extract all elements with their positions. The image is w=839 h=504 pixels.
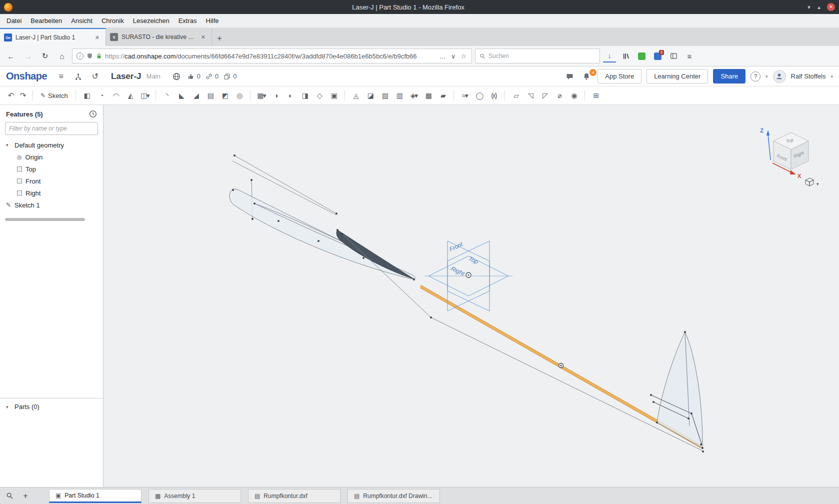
tree-item-front[interactable]: Front [0,175,103,187]
tail-fin[interactable] [657,332,702,448]
help-icon[interactable]: ? [750,72,760,82]
delete-part-icon[interactable]: ▣ [326,92,341,100]
user-name[interactable]: Ralf Stoffels [791,72,826,80]
thicken-menu-icon[interactable]: ◫▾ [138,92,152,100]
bookmark-star-icon[interactable]: ☆ [460,52,468,60]
custom-feature-icon[interactable]: ⊞ [588,92,603,100]
linear-pattern-menu-icon[interactable]: ▦▾ [254,92,268,100]
pocket-icon[interactable]: ∨ [450,52,457,60]
mid-boom-marker[interactable] [559,364,564,368]
search-input[interactable] [488,52,596,60]
history-icon[interactable]: ↺ [89,72,101,81]
user-avatar[interactable] [773,70,786,83]
copies-counter[interactable]: 0 [224,72,236,80]
replace-face-icon[interactable]: ▧ [378,92,392,100]
comment-icon[interactable] [564,72,576,81]
element-tab-part-studio[interactable]: ▣ Part Studio 1 [49,489,142,503]
menu-chronik[interactable]: Chronik [97,17,128,24]
sweep-icon[interactable]: ◠ [108,92,123,100]
curves-menu-icon[interactable]: ≈▾ [458,92,472,100]
notifications-bell-icon[interactable]: 4 [580,72,592,81]
share-button[interactable]: Share [713,69,746,84]
browser-tab-2[interactable]: S SURASTO - die kreative Seit ✕ [106,28,212,46]
app-store-button[interactable]: App Store [598,69,642,84]
public-globe-icon[interactable] [170,72,182,81]
sidebars-icon[interactable] [667,50,680,62]
likes-counter[interactable]: 0 [188,72,200,80]
library-icon[interactable] [619,50,632,62]
tab-close-icon[interactable]: ✕ [199,33,208,42]
element-tab-dxf[interactable]: ▤ Rumpfkontur.dxf [248,489,340,503]
learning-center-button[interactable]: Learning Center [646,69,708,84]
rib-icon[interactable]: ▤ [203,92,218,100]
home-button[interactable]: ⌂ [55,49,69,63]
draft-icon[interactable]: ◢ [188,92,203,100]
boundary-surface-menu-icon[interactable]: ◈▾ [406,92,421,100]
versions-icon[interactable] [72,72,84,81]
workspace-label[interactable]: Main [146,72,160,80]
minimize-button[interactable]: ▾ [804,4,814,10]
extension-green-icon[interactable] [635,50,648,62]
chevron-down-icon[interactable]: ▾ [6,142,11,148]
hamburger-menu-icon[interactable]: ≡ [683,50,696,62]
offset-surface-icon[interactable]: ▥ [392,92,406,100]
origin-marker[interactable] [466,272,471,278]
ssl-lock-icon[interactable] [96,52,102,60]
extrude-icon[interactable]: ◧ [80,92,94,100]
element-tab-dxf-drawing[interactable]: ▤ Rumpfkontur.dxf Drawin... [348,489,440,503]
chamfer-icon[interactable]: ◣ [174,92,188,100]
forward-button[interactable]: → [21,49,35,63]
split-icon[interactable]: ◨ [298,92,312,100]
shell-icon[interactable]: ◩ [218,92,232,100]
feature-filter-input[interactable] [9,125,94,132]
hole-icon[interactable]: ◎ [232,92,246,100]
menu-bearbeiten[interactable]: Bearbeiten [26,17,66,24]
menu-hilfe[interactable]: Hilfe [202,17,224,24]
rollback-clock-icon[interactable] [89,110,97,118]
feature-filter[interactable] [5,122,98,135]
loft-icon[interactable]: ◭ [123,92,138,100]
insert-element-button[interactable]: + [19,490,32,502]
manage-tabs-icon[interactable] [3,490,16,502]
tree-group-default-geometry[interactable]: ▾ Default geometry [0,139,103,151]
tree-item-origin[interactable]: ◎ Origin [0,151,103,163]
back-button[interactable]: ← [4,49,18,63]
viewport-canvas[interactable]: Front Top Right Top Front Right [104,105,839,487]
enclose-icon[interactable]: ▰ [436,92,450,100]
links-counter[interactable]: 0 [206,72,218,80]
close-button[interactable]: ✕ [827,3,835,11]
view-options-button[interactable]: ▾ [806,178,819,186]
reload-button[interactable]: ↻ [38,49,52,63]
extension-blue-icon[interactable]: 3 [651,50,664,62]
transform-icon[interactable]: ◇ [312,92,326,100]
tree-horizontal-scrollbar[interactable] [5,218,85,221]
search-bar[interactable] [475,48,600,64]
tab-close-icon[interactable]: ✕ [93,34,102,42]
onshape-logo[interactable]: Onshape [6,70,47,82]
menu-lesezeichen[interactable]: Lesezeichen [128,17,174,24]
mate-connector-icon[interactable]: ◉ [566,92,581,100]
document-menu-icon[interactable]: ≡ [55,72,67,81]
downloads-icon[interactable]: ↓ [603,50,616,62]
modify-fillet-icon[interactable]: ◬ [348,92,363,100]
tracking-shield-icon[interactable] [86,52,93,60]
undo-icon[interactable]: ↶ [5,91,17,100]
tree-item-top[interactable]: Top [0,163,103,175]
tab-icon[interactable]: ◸ [538,92,552,100]
menu-datei[interactable]: Datei [2,17,26,24]
helix-icon[interactable]: ◯ [472,92,486,100]
browser-tab-active[interactable]: On Laser-J | Part Studio 1 ✕ [0,28,106,46]
page-info-icon[interactable]: i [76,52,84,60]
element-tab-assembly[interactable]: ▦ Assembly 1 [148,489,241,503]
user-menu-caret-icon[interactable]: ▾ [830,74,833,79]
tree-item-sketch1[interactable]: ✎ Sketch 1 [0,199,103,211]
move-face-icon[interactable]: ◪ [363,92,378,100]
mirror-icon[interactable]: ◑ [268,92,283,100]
sketch-button[interactable]: ✎ Sketch [36,92,72,100]
tree-item-right[interactable]: Right [0,187,103,199]
revolve-icon[interactable]: ◔ [94,92,108,100]
new-tab-button[interactable]: + [212,31,227,46]
menu-extras[interactable]: Extras [174,17,202,24]
view-cube[interactable]: Top Front Right [774,132,808,170]
redo-icon[interactable]: ↷ [17,91,29,100]
